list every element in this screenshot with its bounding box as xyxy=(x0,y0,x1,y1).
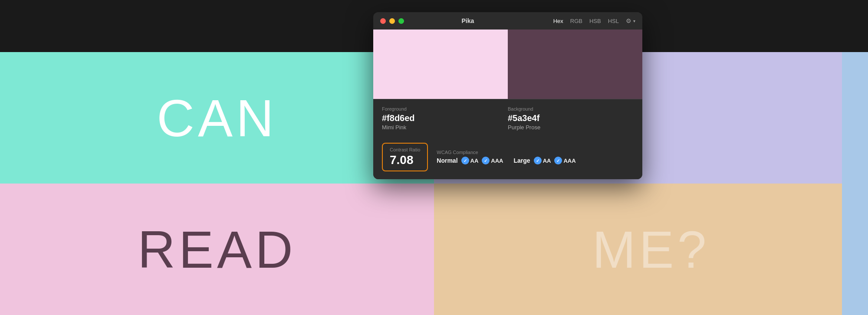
contrast-ratio-box: Contrast Ratio 7.08 xyxy=(382,143,428,171)
background-name: Purple Prose xyxy=(508,124,634,131)
wcag-section: WCAG Compliance Normal ✓ AA ✓ AAA Large … xyxy=(437,150,634,164)
text-can: CAN xyxy=(157,88,277,148)
bg-peach: ME? xyxy=(434,184,868,315)
tab-hex[interactable]: Hex xyxy=(553,18,563,24)
bg-blue-strip xyxy=(842,52,868,315)
wcag-normal-aa-badge: ✓ AA xyxy=(461,157,479,164)
wcag-large-aa-badge: ✓ AA xyxy=(534,157,551,164)
chevron-down-icon: ▾ xyxy=(633,19,635,23)
close-button[interactable] xyxy=(380,18,386,24)
gear-icon: ⚙ xyxy=(626,17,631,24)
text-read: READ xyxy=(138,220,296,279)
foreground-hex: #f8d6ed xyxy=(382,113,508,123)
background-swatch[interactable] xyxy=(508,30,642,99)
wcag-large-aa-label: AA xyxy=(543,158,551,164)
wcag-row: Normal ✓ AA ✓ AAA Large ✓ AA ✓ AAA xyxy=(437,157,634,164)
foreground-swatch[interactable] xyxy=(373,30,508,99)
wcag-normal-aaa-label: AAA xyxy=(491,158,503,164)
tab-hsb[interactable]: HSB xyxy=(589,18,601,24)
large-aa-check-icon: ✓ xyxy=(534,157,542,164)
foreground-info: Foreground #f8d6ed Mimi Pink xyxy=(382,106,508,131)
background-hex: #5a3e4f xyxy=(508,113,634,123)
bg-purple-light: READ xyxy=(0,184,434,315)
bg-cyan: CAN xyxy=(0,52,434,184)
settings-button[interactable]: ⚙ ▾ xyxy=(626,17,635,24)
wcag-large-label: Large xyxy=(514,157,530,164)
titlebar-actions: Hex RGB HSB HSL ⚙ ▾ xyxy=(553,17,635,24)
background-info: Background #5a3e4f Purple Prose xyxy=(508,106,634,131)
contrast-value: 7.08 xyxy=(390,153,420,167)
tab-hsl[interactable]: HSL xyxy=(608,18,619,24)
normal-aaa-check-icon: ✓ xyxy=(482,157,490,164)
wcag-label: WCAG Compliance xyxy=(437,150,634,155)
swatches-row xyxy=(373,30,642,99)
contrast-label: Contrast Ratio xyxy=(390,147,420,152)
background-label: Background xyxy=(508,106,634,112)
contrast-section: Contrast Ratio 7.08 WCAG Compliance Norm… xyxy=(373,138,642,179)
titlebar: Pika Hex RGB HSB HSL ⚙ ▾ xyxy=(373,12,642,30)
tab-rgb[interactable]: RGB xyxy=(570,18,582,24)
wcag-large-aaa-badge: ✓ AAA xyxy=(554,157,575,164)
wcag-normal-aa-label: AA xyxy=(470,158,479,164)
pika-window: Pika Hex RGB HSB HSL ⚙ ▾ Foreground #f8d… xyxy=(373,12,642,179)
wcag-normal-label: Normal xyxy=(437,157,457,164)
normal-aa-check-icon: ✓ xyxy=(461,157,469,164)
foreground-name: Mimi Pink xyxy=(382,124,508,131)
wcag-normal-aaa-badge: ✓ AAA xyxy=(482,157,503,164)
window-title: Pika xyxy=(386,17,550,24)
text-me: ME? xyxy=(592,220,710,279)
wcag-large-aaa-label: AAA xyxy=(563,158,575,164)
foreground-label: Foreground xyxy=(382,106,508,112)
large-aaa-check-icon: ✓ xyxy=(554,157,562,164)
color-info-section: Foreground #f8d6ed Mimi Pink Background … xyxy=(373,99,642,138)
